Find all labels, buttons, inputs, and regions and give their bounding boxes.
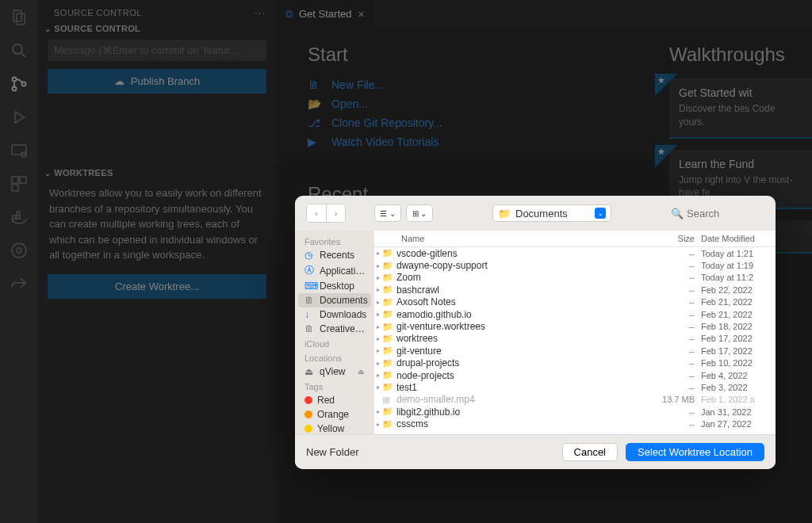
folder-icon: 📁 xyxy=(382,334,393,344)
file-list-panel: Name Size Date Modified ▸📁vscode-gitlens… xyxy=(374,231,776,434)
tag-orange[interactable]: Orange xyxy=(295,407,374,422)
disclosure-icon: ▸ xyxy=(374,360,382,367)
column-date[interactable]: Date Modified xyxy=(701,234,776,243)
desktop-icon: ⌨ xyxy=(304,281,315,292)
file-row[interactable]: ▸📁vscode-gitlens--Today at 1:21 xyxy=(374,247,776,259)
search-icon: 🔍 xyxy=(671,208,684,220)
file-row[interactable]: ▸📁libgit2.github.io--Jan 31, 2022 xyxy=(374,406,776,418)
tags-heading: Tags xyxy=(295,379,374,393)
column-name[interactable]: Name xyxy=(374,234,652,243)
file-row[interactable]: ▸📁bashcrawl--Feb 22, 2022 xyxy=(374,284,776,296)
sidebar-item-documents[interactable]: 🗎Documents xyxy=(298,293,371,307)
file-row[interactable]: ▸📁Zoom--Today at 11:2 xyxy=(374,272,776,284)
folder-icon: 📁 xyxy=(382,297,393,307)
column-size[interactable]: Size xyxy=(652,234,701,243)
disclosure-icon: ▸ xyxy=(374,323,382,330)
list-view-button[interactable]: ☰ ⌄ xyxy=(374,204,401,222)
download-icon: ↓ xyxy=(304,309,315,320)
file-icon: ▦ xyxy=(382,395,393,405)
nav-back-button[interactable]: ‹ xyxy=(307,204,326,222)
nav-forward-button[interactable]: › xyxy=(326,204,345,222)
folder-icon: 📁 xyxy=(382,261,393,271)
disclosure-icon: ▸ xyxy=(374,372,382,379)
app-icon: Ⓐ xyxy=(304,264,315,277)
chevron-down-icon: ⌄ xyxy=(595,208,606,219)
search-field[interactable]: 🔍 xyxy=(671,208,764,220)
disclosure-icon: ▸ xyxy=(374,421,382,428)
file-row[interactable]: ▸📁drupal-projects--Feb 10, 2022 xyxy=(374,357,776,369)
tag-red[interactable]: Red xyxy=(295,393,374,407)
folder-icon: 📁 xyxy=(382,273,393,283)
location-dropdown[interactable]: 📁 Documents ⌄ xyxy=(492,204,611,222)
tag-color-dot xyxy=(304,425,312,433)
file-row[interactable]: ▸📁csscms--Jan 27, 2022 xyxy=(374,418,776,429)
disclosure-icon: ▸ xyxy=(374,408,382,415)
sidebar-item-applicati[interactable]: ⒶApplicati… xyxy=(295,262,374,279)
nav-buttons: ‹ › xyxy=(306,204,346,223)
folder-icon: 📁 xyxy=(382,358,393,368)
cancel-button[interactable]: Cancel xyxy=(562,443,618,461)
dialog-footer: New Folder Cancel Select Worktree Locati… xyxy=(295,434,776,469)
folder-icon: 📁 xyxy=(498,208,511,220)
clock-icon: ◷ xyxy=(304,250,315,261)
file-row[interactable]: ▸📁test1--Feb 3, 2022 xyxy=(374,381,776,393)
folder-icon: 📁 xyxy=(382,284,393,295)
file-list[interactable]: ▸📁vscode-gitlens--Today at 1:21▸📁dwayne-… xyxy=(374,247,776,434)
file-row[interactable]: ▸📁git-venture.worktrees--Feb 18, 2022 xyxy=(374,320,776,332)
folder-icon: 📁 xyxy=(382,419,393,429)
file-row[interactable]: ▸📁Axosoft Notes--Feb 21, 2022 xyxy=(374,296,776,308)
disclosure-icon: ▸ xyxy=(374,347,382,354)
folder-icon: 📁 xyxy=(382,322,393,332)
disclosure-icon: ▸ xyxy=(374,286,382,293)
favorites-heading: Favorites xyxy=(295,234,374,248)
tag-yellow[interactable]: Yellow xyxy=(295,422,374,434)
file-row[interactable]: ▸📁eamodio.github.io--Feb 21, 2022 xyxy=(374,308,776,320)
column-headers: Name Size Date Modified xyxy=(374,231,776,247)
file-row[interactable]: ▸📁node-projects--Feb 4, 2022 xyxy=(374,369,776,381)
folder-icon: 📁 xyxy=(382,407,393,417)
folder-icon: 📁 xyxy=(382,248,393,258)
search-input[interactable] xyxy=(687,208,750,220)
disclosure-icon: ▸ xyxy=(374,274,382,281)
doc-icon: 🗎 xyxy=(304,295,315,306)
sidebar-item-downloads[interactable]: ↓Downloads xyxy=(295,307,374,322)
disclosure-icon: ▸ xyxy=(374,311,382,318)
folder-icon: 📁 xyxy=(382,382,393,392)
file-row[interactable]: ▸📁dwayne-copy-support--Today at 1:19 xyxy=(374,259,776,271)
sidebar-item-creative[interactable]: 🗎Creative… xyxy=(295,322,374,336)
file-row[interactable]: ▦demo-smaller.mp413.7 MBFeb 1, 2022 a xyxy=(374,394,776,406)
select-worktree-location-button[interactable]: Select Worktree Location xyxy=(626,443,764,461)
sidebar-item-qview[interactable]: ⏏qView⏏ xyxy=(295,365,374,379)
file-icon: 🗎 xyxy=(304,323,315,334)
sidebar-item-desktop[interactable]: ⌨Desktop xyxy=(295,279,374,293)
file-picker-dialog: ‹ › ☰ ⌄ ⊞ ⌄ 📁 Documents ⌄ 🔍 Favorites ◷R… xyxy=(295,196,776,469)
disclosure-icon: ▸ xyxy=(374,250,382,257)
new-folder-button[interactable]: New Folder xyxy=(306,446,358,458)
disclosure-icon: ▸ xyxy=(374,262,382,269)
folder-icon: 📁 xyxy=(382,370,393,380)
file-row[interactable]: ▸📁worktrees--Feb 17, 2022 xyxy=(374,333,776,345)
disk-icon: ⏏ xyxy=(304,366,315,377)
sidebar-item-recents[interactable]: ◷Recents xyxy=(295,248,374,262)
disclosure-icon: ▸ xyxy=(374,384,382,391)
file-row[interactable]: ▸📁git-venture--Feb 17, 2022 xyxy=(374,345,776,357)
disclosure-icon: ▸ xyxy=(374,335,382,342)
dialog-toolbar: ‹ › ☰ ⌄ ⊞ ⌄ 📁 Documents ⌄ 🔍 xyxy=(295,196,776,231)
dialog-sidebar: Favorites ◷RecentsⒶApplicati…⌨Desktop🗎Do… xyxy=(295,231,374,434)
tag-color-dot xyxy=(304,410,312,418)
disclosure-icon: ▸ xyxy=(374,299,382,306)
tag-color-dot xyxy=(304,396,312,404)
folder-icon: 📁 xyxy=(382,309,393,319)
icloud-heading: iCloud xyxy=(295,336,374,350)
folder-icon: 📁 xyxy=(382,345,393,356)
locations-heading: Locations xyxy=(295,350,374,365)
grid-view-button[interactable]: ⊞ ⌄ xyxy=(406,204,433,222)
eject-icon[interactable]: ⏏ xyxy=(358,368,365,376)
